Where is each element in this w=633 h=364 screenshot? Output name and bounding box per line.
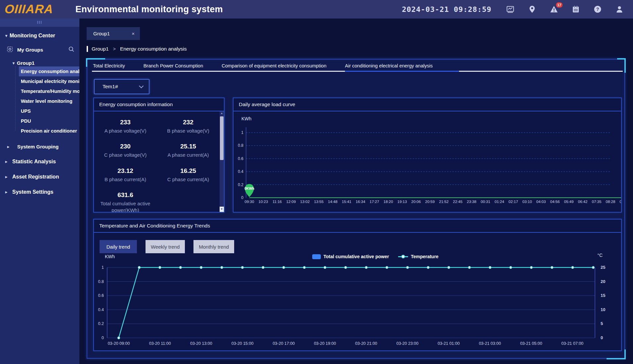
svg-text:03-20 13:00: 03-20 13:00 — [190, 341, 212, 346]
svg-text:25: 25 — [601, 265, 605, 270]
chevron-right-icon: ▸ — [5, 175, 7, 179]
svg-text:?: ? — [596, 7, 599, 12]
scroll-up-icon[interactable]: ▲ — [220, 112, 224, 115]
trend-chart: 00.20.40.60.81051015202503-20 09:0003-20… — [94, 263, 621, 350]
legend-item[interactable]: Temperature — [398, 254, 439, 259]
svg-text:03-20 15:00: 03-20 15:00 — [232, 341, 254, 346]
scroll-down-icon[interactable]: ▼ — [220, 207, 224, 212]
svg-text:0.6: 0.6 — [238, 156, 243, 161]
energy-info-title: Energy consumption information — [94, 98, 224, 111]
alert-icon[interactable]: 17 — [550, 5, 558, 14]
sidebar-item-my-groups[interactable]: My Groups — [7, 46, 75, 54]
clock: 2024-03-21 09:28:59 — [402, 5, 491, 14]
svg-text:13:02: 13:02 — [300, 200, 310, 204]
sidebar-item-asset-registration[interactable]: ▸Asset Registration — [5, 174, 79, 180]
metric-label: A phase current(A) — [158, 152, 219, 158]
svg-text:03-21 03:00: 03-21 03:00 — [479, 341, 501, 346]
scrollbar-thumb[interactable] — [220, 116, 224, 160]
svg-text:0KWh: 0KWh — [244, 186, 254, 190]
svg-text:20:06: 20:06 — [411, 200, 421, 204]
sidebar-collapse-handle[interactable]: III — [0, 19, 79, 27]
metric-value: 23.12 — [94, 167, 157, 175]
svg-text:19:13: 19:13 — [398, 200, 407, 204]
svg-text:06:42: 06:42 — [578, 200, 588, 204]
y-axis-unit: KWh — [241, 116, 251, 121]
svg-text:0.4: 0.4 — [238, 169, 243, 174]
sidebar-item-ups[interactable]: UPS — [19, 106, 79, 116]
sidebar-item-water-level-monitoring[interactable]: Water level monitoring — [19, 96, 79, 106]
breadcrumb-group[interactable]: Group1 — [92, 46, 109, 52]
sidebar-item-group1[interactable]: ▾ Group1 — [13, 60, 79, 66]
svg-text:08:28: 08:28 — [606, 200, 615, 204]
chart-legend: Total cumulative active powerTemperature — [312, 254, 439, 259]
legend-item[interactable]: Total cumulative active power — [312, 254, 389, 259]
svg-text:23:38: 23:38 — [467, 200, 477, 204]
svg-text:11:16: 11:16 — [273, 200, 282, 204]
monthly-trend-button[interactable]: Monthly trend — [193, 240, 234, 253]
help-icon[interactable]: ? — [593, 5, 602, 14]
energy-info-panel: Energy consumption information 233A phas… — [93, 98, 225, 213]
sidebar-item-precision-air-conditioner[interactable]: Precision air conditioner — [19, 126, 79, 136]
svg-text:14:48: 14:48 — [328, 200, 338, 204]
sidebar-item-energy-consumption-analy[interactable]: Energy consumption analy — [19, 66, 79, 76]
monitor-icon[interactable] — [506, 5, 515, 14]
legend-label: Total cumulative active power — [323, 254, 389, 259]
svg-text:0.8: 0.8 — [238, 143, 243, 148]
chevron-down-icon — [139, 84, 144, 88]
location-icon[interactable] — [528, 5, 536, 14]
panel-scrollbar[interactable]: ▲ ▼ — [220, 111, 224, 212]
search-icon[interactable] — [68, 46, 75, 54]
calendar-icon[interactable] — [571, 5, 580, 14]
main-container: Total ElectricityBranch Power Consumptio… — [87, 59, 625, 359]
trend-panel-title: Temperature and Air Conditioning Energy … — [94, 220, 621, 233]
user-icon[interactable] — [615, 5, 624, 14]
left-axis-unit: KWh — [105, 254, 115, 259]
svg-text:03-21 01:00: 03-21 01:00 — [438, 341, 460, 346]
svg-text:0: 0 — [601, 335, 603, 340]
tab-total-electricity[interactable]: Total Electricity — [93, 60, 136, 72]
svg-text:0.4: 0.4 — [98, 307, 104, 312]
svg-text:15: 15 — [601, 293, 605, 298]
sidebar-item-municipal-electricity-monit[interactable]: Municipal electricity monit — [19, 76, 79, 86]
tab-branch-power-consumption[interactable]: Branch Power Consumption — [144, 60, 215, 72]
tree-connector — [15, 66, 16, 131]
weekly-trend-button[interactable]: Weekly trend — [146, 240, 185, 253]
close-icon[interactable]: × — [132, 31, 135, 36]
svg-text:20: 20 — [601, 279, 605, 284]
svg-text:22:45: 22:45 — [453, 200, 463, 204]
tab-comparison-of-equipment-electricity-consumption[interactable]: Comparison of equipment electricity cons… — [222, 60, 338, 72]
metric-value: 232 — [157, 119, 220, 126]
svg-text:16:34: 16:34 — [356, 200, 365, 204]
chevron-right-icon: ▸ — [7, 144, 9, 149]
right-axis-unit: °C — [597, 253, 603, 258]
chevron-right-icon: ▸ — [5, 159, 7, 164]
metric: 232B phase voltage(V) — [157, 119, 220, 134]
svg-text:20:59: 20:59 — [425, 200, 435, 204]
breadcrumb-page: Energy consumption analysis — [120, 46, 187, 52]
system-grouping-label: System Grouping — [17, 144, 59, 149]
sidebar-item-system-settings[interactable]: ▸System Settings — [5, 189, 79, 195]
metric-value: 16.25 — [157, 167, 220, 175]
svg-text:17:27: 17:27 — [370, 200, 379, 204]
sidebar-item-pdu[interactable]: PDU — [19, 116, 79, 126]
tab-chip-group1[interactable]: Group1 × — [87, 27, 140, 40]
my-groups-label: My Groups — [17, 47, 43, 53]
sidebar-item-statistic-analysis[interactable]: ▸Statistic Analysis — [5, 159, 79, 165]
svg-text:03-21 07:00: 03-21 07:00 — [561, 341, 583, 346]
metric: 16.25C phase current(A) — [157, 167, 220, 183]
svg-text:10:23: 10:23 — [259, 200, 268, 204]
metric-label: C phase current(A) — [158, 176, 219, 183]
metric-label: A phase voltage(V) — [95, 128, 156, 134]
chevron-down-icon: ▾ — [5, 33, 7, 38]
svg-text:03:10: 03:10 — [523, 200, 532, 204]
svg-text:13:55: 13:55 — [314, 200, 324, 204]
header-icons: 17 ? — [506, 5, 624, 14]
sidebar-item-monitoring-center[interactable]: ▾ Monitoring Center — [5, 33, 79, 39]
sidebar-item-temperature-humidity-mo[interactable]: Temperature/Humidity mo — [19, 86, 79, 96]
tab-air-conditioning-electrical-energy-analysis[interactable]: Air conditioning electrical energy analy… — [345, 60, 444, 72]
legend-swatch — [312, 254, 321, 259]
sidebar-item-system-grouping[interactable]: ▸ System Grouping — [7, 144, 79, 149]
chevron-right-icon: ▸ — [5, 190, 7, 194]
device-select[interactable]: Tem1# — [94, 79, 149, 94]
daily-trend-button[interactable]: Daily trend — [100, 240, 137, 253]
